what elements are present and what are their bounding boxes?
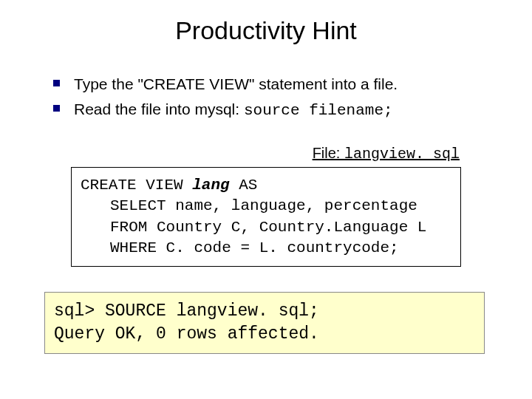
file-label: File: langview. sql [0, 145, 460, 163]
code-line: WHERE C. code = L. countrycode; [81, 238, 451, 259]
command-box: sql> SOURCE langview. sql; Query OK, 0 r… [44, 292, 485, 354]
bullet-text: Read the file into mysql: [74, 100, 239, 117]
code-box: CREATE VIEW lang AS SELECT name, languag… [71, 167, 461, 267]
bullet-text: Type the "CREATE VIEW" statement into a … [74, 75, 398, 92]
code-identifier: lang [192, 177, 229, 194]
bullet-item: Read the file into mysql: source filenam… [53, 98, 532, 122]
file-label-prefix: File: [313, 145, 344, 161]
code-text: AS [230, 177, 258, 194]
bullet-list: Type the "CREATE VIEW" statement into a … [53, 73, 532, 123]
slide: Productivity Hint Type the "CREATE VIEW"… [0, 16, 532, 399]
command-line: sql> SOURCE langview. sql; [54, 300, 475, 323]
bullet-item: Type the "CREATE VIEW" statement into a … [53, 73, 532, 95]
code-text: CREATE VIEW [81, 177, 192, 194]
slide-title: Productivity Hint [0, 16, 532, 45]
code-line: SELECT name, language, percentage [81, 196, 451, 216]
code-line: FROM Country C, Country.Language L [81, 217, 451, 238]
file-name: langview. sql [344, 146, 460, 163]
bullet-code: source filename; [244, 102, 393, 119]
command-line: Query OK, 0 rows affected. [54, 323, 475, 346]
code-line: CREATE VIEW lang AS [81, 175, 451, 196]
